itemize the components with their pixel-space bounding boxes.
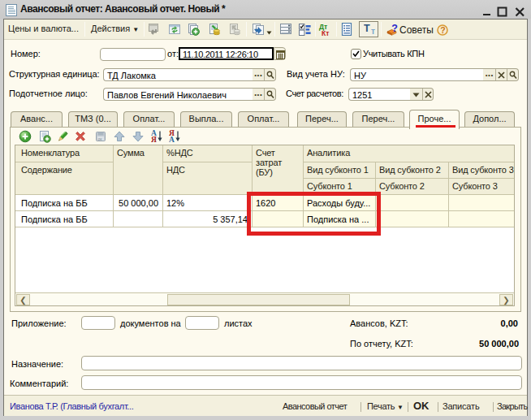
svg-text:?: ? [391, 24, 398, 34]
svg-text:А: А [169, 136, 175, 142]
svg-text:т: т [371, 27, 375, 36]
svg-text:ок: ок [98, 136, 103, 141]
svg-text:?: ? [440, 25, 445, 35]
svg-text:Т: Т [364, 23, 370, 34]
svg-text:Кт: Кт [322, 29, 329, 37]
svg-text:Я: Я [151, 136, 157, 142]
